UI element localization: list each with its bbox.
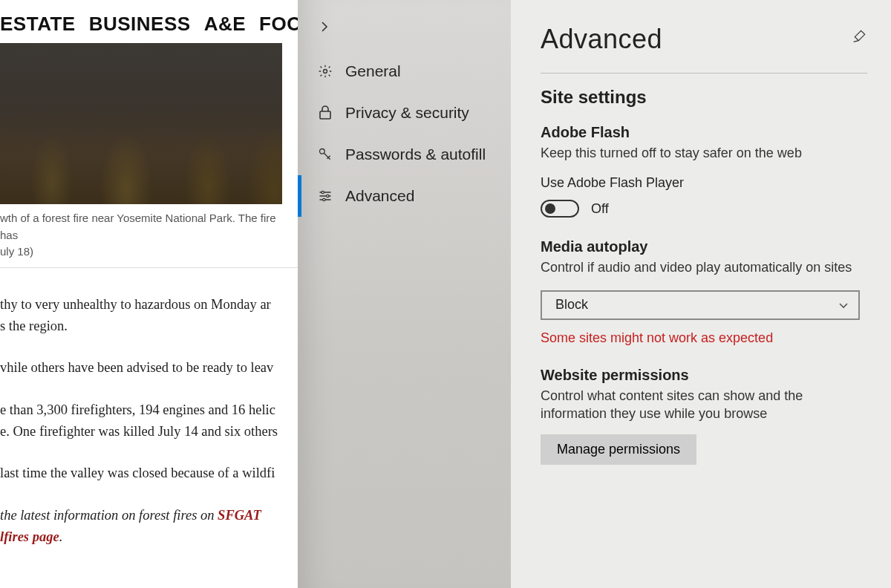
- sidebar-item-advanced[interactable]: Advanced: [298, 175, 511, 217]
- pin-button[interactable]: [852, 28, 867, 43]
- wildfires-link[interactable]: lfires page: [0, 529, 59, 544]
- lock-icon: [317, 105, 333, 120]
- svg-point-5: [323, 198, 325, 200]
- nav-food[interactable]: FOOD: [259, 13, 298, 36]
- nav-business[interactable]: BUSINESS: [89, 13, 191, 36]
- autoplay-warning: Some sites might not work as expected: [541, 330, 867, 346]
- autoplay-select[interactable]: Block: [541, 290, 860, 320]
- svg-point-0: [324, 70, 327, 74]
- back-button[interactable]: [319, 21, 330, 33]
- nav-estate[interactable]: ESTATE: [0, 13, 76, 36]
- flash-toggle-label: Off: [591, 201, 609, 217]
- article-body: thy to very unhealthy to hazardous on Mo…: [0, 268, 298, 547]
- settings-pane: Advanced Site settings Adobe Flash Keep …: [511, 0, 891, 588]
- svg-rect-1: [320, 111, 330, 119]
- svg-point-4: [327, 195, 329, 197]
- background-article: ESTATE BUSINESS A&E FOOD LIVING wth of a…: [0, 0, 298, 588]
- manage-permissions-button[interactable]: Manage permissions: [541, 434, 696, 465]
- sidebar-item-label: Advanced: [345, 187, 414, 205]
- sidebar-item-label: General: [345, 62, 401, 80]
- sidebar-item-privacy[interactable]: Privacy & security: [298, 92, 511, 134]
- divider: [541, 73, 867, 74]
- section-desc: Keep this turned off to stay safer on th…: [541, 144, 867, 162]
- flash-toggle[interactable]: [541, 200, 579, 218]
- pane-subtitle: Site settings: [541, 87, 867, 108]
- sidebar-item-passwords[interactable]: Passwords & autofill: [298, 134, 511, 175]
- svg-point-3: [322, 191, 324, 193]
- chevron-down-icon: [838, 299, 849, 311]
- sidebar-item-label: Passwords & autofill: [345, 146, 486, 163]
- site-nav: ESTATE BUSINESS A&E FOOD LIVING: [0, 0, 298, 43]
- sidebar-item-general[interactable]: General: [298, 50, 511, 92]
- svg-point-2: [320, 149, 325, 154]
- key-icon: [317, 147, 333, 162]
- image-caption: wth of a forest fire near Yosemite Natio…: [0, 204, 298, 268]
- gear-icon: [317, 64, 333, 79]
- section-heading: Adobe Flash: [541, 124, 867, 141]
- autoplay-selected-value: Block: [555, 297, 588, 313]
- brand-link[interactable]: SFGAT: [218, 508, 261, 523]
- chevron-right-icon: [319, 21, 330, 33]
- nav-ae[interactable]: A&E: [204, 13, 246, 36]
- hero-image: [0, 43, 282, 204]
- sliders-icon: [317, 189, 333, 203]
- section-website-permissions: Website permissions Control what content…: [541, 367, 867, 466]
- settings-sidebar: General Privacy & security Passwords & a…: [298, 0, 511, 588]
- pane-title: Advanced: [541, 24, 662, 55]
- section-heading: Media autoplay: [541, 238, 867, 255]
- section-media-autoplay: Media autoplay Control if audio and vide…: [541, 238, 867, 345]
- section-heading: Website permissions: [541, 367, 867, 384]
- section-adobe-flash: Adobe Flash Keep this turned off to stay…: [541, 124, 867, 218]
- pin-icon: [852, 28, 867, 43]
- flash-sub-label: Use Adobe Flash Player: [541, 175, 867, 191]
- section-desc: Control if audio and video play automati…: [541, 258, 867, 276]
- section-desc: Control what content sites can show and …: [541, 387, 867, 423]
- sidebar-item-label: Privacy & security: [345, 104, 469, 122]
